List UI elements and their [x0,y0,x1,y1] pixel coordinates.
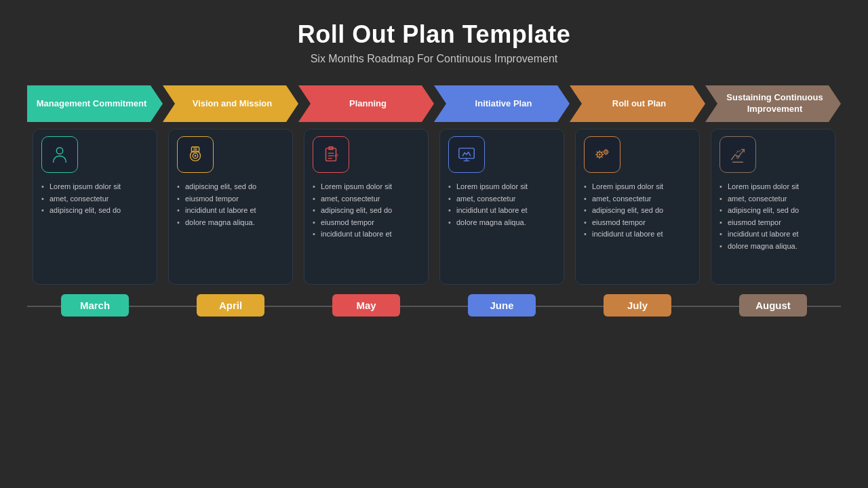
phase-content-initiative: Lorem ipsum dolor sitamet, consecteturin… [439,129,564,285]
svg-point-9 [599,154,601,156]
month-badge-planning: May [332,294,400,317]
phase-banner-vision: Vision and Mission [163,85,298,122]
list-item: eiusmod tempor [584,217,691,229]
svg-rect-1 [57,156,62,157]
list-item: Lorem ipsum dolor sit [313,181,420,193]
phase-content-planning: Lorem ipsum dolor sitamet, consecteturad… [304,129,429,285]
list-item: amet, consectetur [584,193,691,205]
phase-list-rollout: Lorem ipsum dolor sitamet, consecteturad… [584,181,691,241]
month-badge-initiative: June [468,294,536,317]
list-item: Lorem ipsum dolor sit [584,181,691,193]
list-item: adipiscing elit, sed do [41,205,149,217]
phase-icon-initiative [448,136,485,173]
list-item: adipiscing elit, sed do [584,205,691,217]
svg-rect-6 [326,148,336,161]
phase-vision: Vision and Mission adipiscing elit, sed … [163,85,298,285]
phase-list-initiative: Lorem ipsum dolor sitamet, consecteturin… [448,181,555,228]
phase-content-vision: adipiscing elit, sed doeiusmod temporinc… [168,129,293,285]
month-badge-rollout: July [604,294,671,317]
list-item: dolore magna aliqua. [448,217,555,229]
month-item-management: March [27,294,163,317]
list-item: eiusmod tempor [313,217,420,229]
phase-content-sustaining: Lorem ipsum dolor sitamet, consecteturad… [711,129,835,285]
phase-list-vision: adipiscing elit, sed doeiusmod temporinc… [177,181,284,228]
phase-sustaining: Sustaining Continuous Improvement Lorem … [705,85,841,285]
list-item: incididunt ut labore et [584,228,691,241]
list-item: amet, consectetur [313,193,420,205]
month-item-rollout: July [570,294,705,317]
phase-list-sustaining: Lorem ipsum dolor sitamet, consecteturad… [719,181,827,253]
list-item: incididunt ut labore et [448,205,555,217]
month-badge-sustaining: August [739,294,807,317]
list-item: eiusmod tempor [719,217,827,229]
list-item: incididunt ut labore et [313,228,420,241]
timeline-wrapper: Management Commitment Lorem ipsum dolor … [27,85,841,317]
list-item: adipiscing elit, sed do [719,205,827,217]
month-item-vision: April [163,294,298,317]
phase-content-management: Lorem ipsum dolor sitamet, consecteturad… [33,129,157,285]
phase-icon-management [41,136,78,173]
month-item-sustaining: August [705,294,841,317]
list-item: dolore magna aliqua. [177,217,284,229]
page-header: Roll Out Plan Template Six Months Roadma… [298,20,570,65]
list-item: adipiscing elit, sed do [313,205,420,217]
month-item-initiative: June [434,294,570,317]
list-item: Lorem ipsum dolor sit [41,181,149,193]
phase-initiative: Initiative Plan Lorem ipsum dolor sitame… [434,85,570,285]
phase-banner-initiative: Initiative Plan [434,85,570,122]
list-item: eiusmod tempor [177,193,284,205]
phase-banner-management: Management Commitment [27,85,163,122]
svg-point-0 [56,148,62,154]
phase-banner-sustaining: Sustaining Continuous Improvement [705,85,841,122]
timeline-line-row: MarchAprilMayJuneJulyAugust [27,294,841,317]
page-subtitle: Six Months Roadmap For Continuous Improv… [298,53,570,65]
list-item: dolore magna aliqua. [719,241,827,253]
month-item-planning: May [298,294,434,317]
phases-row: Management Commitment Lorem ipsum dolor … [27,85,841,285]
list-item: incididunt ut labore et [719,228,827,241]
phase-icon-rollout [584,136,620,173]
phase-list-management: Lorem ipsum dolor sitamet, consecteturad… [41,181,149,217]
phase-planning: Planning Lorem ipsum dolor sitamet, cons… [298,85,434,285]
list-item: adipiscing elit, sed do [177,181,284,193]
phase-icon-planning [313,136,349,173]
month-labels: MarchAprilMayJuneJulyAugust [27,294,841,317]
phase-content-rollout: Lorem ipsum dolor sitamet, consecteturad… [575,129,700,285]
month-badge-vision: April [197,294,264,317]
phase-management: Management Commitment Lorem ipsum dolor … [27,85,163,285]
phase-banner-rollout: Roll out Plan [570,85,705,122]
svg-rect-7 [459,148,475,159]
list-item: amet, consectetur [719,193,827,205]
phase-banner-planning: Planning [298,85,434,122]
list-item: Lorem ipsum dolor sit [719,181,827,193]
list-item: amet, consectetur [41,193,149,205]
phase-rollout: Roll out Plan Lorem ipsum dolor sitamet,… [570,85,705,285]
list-item: amet, consectetur [448,193,555,205]
phase-icon-vision [177,136,214,173]
list-item: incididunt ut labore et [177,205,284,217]
phase-list-planning: Lorem ipsum dolor sitamet, consecteturad… [313,181,420,241]
svg-point-11 [606,151,607,152]
page-title: Roll Out Plan Template [298,20,570,49]
list-item: Lorem ipsum dolor sit [448,181,555,193]
month-badge-management: March [61,294,129,317]
phase-icon-sustaining [719,136,756,173]
svg-point-4 [195,155,197,157]
